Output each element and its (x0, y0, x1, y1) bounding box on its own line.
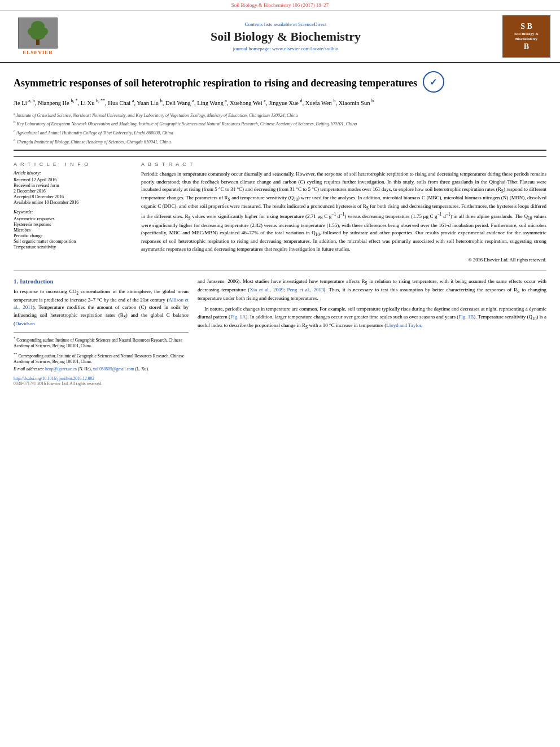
lloyd-taylor-ref[interactable]: Lloyd and Taylor, (386, 322, 422, 328)
keyword-6: Temperature sensitivity (14, 244, 132, 250)
revised-date: 2 December 2016 (14, 189, 132, 194)
main-content: Asymmetric responses of soil heterotroph… (0, 63, 560, 392)
fig1b-ref[interactable]: Fig. 1B (458, 314, 474, 320)
crossmark-badge[interactable]: ✓ (423, 71, 444, 93)
journal-center-info: Contents lists available at ScienceDirec… (73, 21, 498, 51)
footnotes-section: * Corresponding author. Institute of Geo… (14, 332, 189, 373)
keyword-5: Soil organic matter decomposition (14, 239, 132, 244)
article-title: Asymmetric responses of soil heterotroph… (14, 77, 417, 90)
keyword-2: Hysteresis responses (14, 222, 132, 227)
introduction-left-col: 1. Introduction In response to increasin… (14, 278, 189, 386)
doi-text: http://dx.doi.org/10.1016/j.jsoilbio.201… (14, 376, 94, 381)
copyright-line: © 2016 Elsevier Ltd. All rights reserved… (141, 256, 546, 264)
abstract-header: A B S T R A C T (141, 161, 546, 167)
sbb-logo-image: S B Soil Biology & Biochemistry B (502, 15, 550, 58)
article-info-header: A R T I C L E I N F O (14, 161, 132, 167)
xia-ref[interactable]: Xia et al., 2009; Peng et al., 2013 (250, 287, 323, 292)
svg-rect-5 (36, 40, 40, 45)
journal-header: ELSEVIER Contents lists available at Sci… (0, 11, 560, 63)
homepage-link[interactable]: www.elsevier.com/locate/soilbio (272, 46, 338, 51)
abstract-column: A B S T R A C T Periodic changes in temp… (141, 161, 546, 263)
journal-homepage: journal homepage: www.elsevier.com/locat… (73, 46, 498, 51)
keyword-1: Asymmetric responses (14, 216, 132, 221)
section-number: 1. (14, 278, 18, 285)
davidson-ref[interactable]: Davidson (15, 321, 35, 326)
received-date: Received 12 April 2016 (14, 177, 132, 182)
article-info-abstract-row: A R T I C L E I N F O Article history: R… (14, 156, 546, 263)
intro-para-1: In response to increasing CO2 concentrat… (14, 288, 189, 328)
allison-ref[interactable]: Allison et al., 2011 (14, 297, 189, 311)
intro-title: Introduction (20, 278, 54, 285)
available-date: Available online 10 December 2016 (14, 200, 132, 205)
accepted-date: Accepted 8 December 2016 (14, 194, 132, 199)
sbb-journal-logo: S B Soil Biology & Biochemistry B (502, 15, 553, 58)
email-nhe[interactable]: henp@igsnrr.ac.cn (45, 366, 77, 372)
homepage-label: journal homepage: (233, 46, 271, 51)
affiliation-a: a Institute of Grassland Science, Northe… (14, 111, 546, 119)
keyword-4: Periodic change (14, 233, 132, 238)
footnote-double-star: ** Corresponding author. Institute of Ge… (14, 351, 189, 365)
abstract-paragraph: Periodic changes in temperature commonly… (141, 171, 546, 253)
fig1a-ref[interactable]: Fig. 1A (230, 314, 246, 320)
abstract-text: Periodic changes in temperature commonly… (141, 171, 546, 263)
history-label: Article history: (14, 171, 132, 176)
introduction-section: 1. Introduction In response to increasin… (14, 278, 546, 386)
keywords-label: Keywords: (14, 209, 132, 215)
journal-title: Soil Biology & Biochemistry (73, 29, 498, 44)
article-history: Article history: Received 12 April 2016 … (14, 171, 132, 205)
svg-point-4 (30, 30, 45, 40)
doi-line[interactable]: http://dx.doi.org/10.1016/j.jsoilbio.201… (14, 376, 189, 381)
intro-right-text: and Janssens, 2006). Most studies have i… (198, 278, 546, 330)
journal-reference-text: Soil Biology & Biochemistry 106 (2017) 1… (231, 2, 329, 8)
authors-line: Jie Li a, b, Nianpeng He b, *, Li Xu b, … (14, 98, 546, 108)
title-row: Asymmetric responses of soil heterotroph… (14, 69, 546, 94)
elsevier-logo: ELSEVIER (7, 18, 69, 55)
footnote-email: E-mail addresses: henp@igsnrr.ac.cn (N. … (14, 366, 189, 373)
elsevier-wordmark: ELSEVIER (23, 50, 53, 55)
sciencedirect-link[interactable]: ScienceDirect (298, 21, 326, 27)
contents-line: Contents lists available at ScienceDirec… (73, 21, 498, 27)
contents-label: Contents lists available at (245, 21, 297, 27)
affiliations: a Institute of Grassland Science, Northe… (14, 111, 546, 146)
intro-section-title: 1. Introduction (14, 278, 189, 285)
revised-label: Received in revised form (14, 183, 132, 188)
keywords-section: Keywords: Asymmetric responses Hysteresi… (14, 209, 132, 250)
elsevier-tree-image (18, 18, 58, 49)
intro-left-text: In response to increasing CO2 concentrat… (14, 288, 189, 328)
footnote-star: * Corresponding author. Institute of Geo… (14, 335, 189, 350)
journal-reference-bar: Soil Biology & Biochemistry 106 (2017) 1… (0, 0, 560, 11)
header-divider (14, 150, 546, 151)
section-divider (14, 270, 546, 271)
intro-para-2: In nature, periodic changes in temperatu… (198, 305, 546, 330)
issn-line: 0038-0717/© 2016 Elsevier Ltd. All right… (14, 381, 189, 386)
affiliation-b: b Key Laboratory of Ecosystem Network Ob… (14, 119, 546, 128)
article-info-column: A R T I C L E I N F O Article history: R… (14, 161, 132, 263)
keyword-3: Microbes (14, 228, 132, 233)
affiliation-c: c Agricultural and Animal Husbandry Coll… (14, 128, 546, 137)
affiliation-d: d Chengdu Institute of Biology, Chinese … (14, 137, 546, 146)
introduction-right-col: and Janssens, 2006). Most studies have i… (198, 278, 546, 386)
email-xu[interactable]: xuli050505@gmail.com (93, 366, 134, 372)
intro-para-cont: and Janssens, 2006). Most studies have i… (198, 278, 546, 303)
